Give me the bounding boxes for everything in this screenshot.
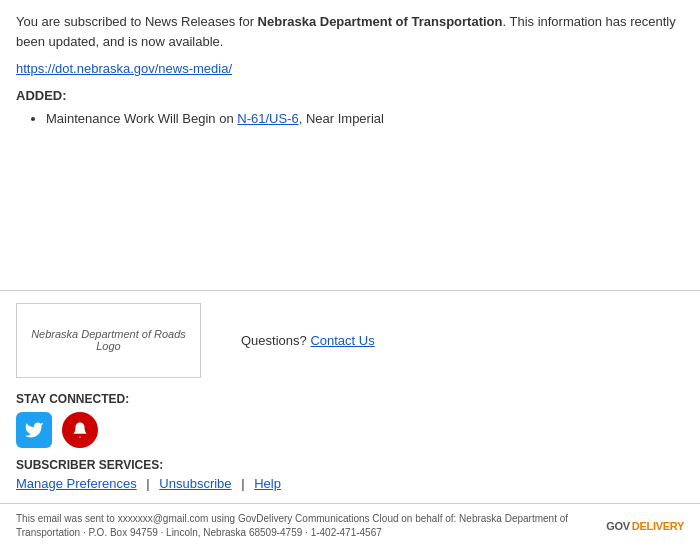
- added-label: ADDED:: [16, 88, 684, 103]
- social-icons-row: [16, 412, 684, 448]
- contact-us-link[interactable]: Contact Us: [310, 333, 374, 348]
- logo-container: Nebraska Department of Roads Logo: [16, 303, 201, 378]
- help-link[interactable]: Help: [254, 476, 281, 491]
- manage-preferences-link[interactable]: Manage Preferences: [16, 476, 137, 491]
- news-media-link[interactable]: https://dot.nebraska.gov/news-media/: [16, 61, 684, 76]
- separator-1: |: [146, 476, 153, 491]
- spacer: [0, 150, 700, 270]
- stay-connected-section: STAY CONNECTED:: [16, 392, 684, 448]
- footer-bottom-text: This email was sent to xxxxxxx@gmail.com…: [16, 512, 576, 540]
- unsubscribe-link[interactable]: Unsubscribe: [159, 476, 231, 491]
- subscriber-services-section: SUBSCRIBER SERVICES: Manage Preferences …: [16, 458, 684, 491]
- subscriber-label: SUBSCRIBER SERVICES:: [16, 458, 684, 472]
- questions-text: Questions? Contact Us: [241, 333, 375, 348]
- footer-top: Nebraska Department of Roads Logo Questi…: [16, 303, 684, 378]
- twitter-link[interactable]: [16, 412, 52, 448]
- subscriber-links-row: Manage Preferences | Unsubscribe | Help: [16, 476, 684, 491]
- gov-text: GOV: [606, 520, 630, 532]
- govdelivery-badge: GOVDELIVERY: [606, 520, 684, 532]
- added-items-list: Maintenance Work Will Begin on N-61/US-6…: [46, 109, 684, 130]
- delivery-text: DELIVERY: [632, 520, 684, 532]
- questions-label: Questions?: [241, 333, 307, 348]
- footer-section: Nebraska Department of Roads Logo Questi…: [0, 291, 700, 491]
- separator-2: |: [241, 476, 248, 491]
- main-content: You are subscribed to News Releases for …: [0, 0, 700, 150]
- notification-link[interactable]: [62, 412, 98, 448]
- list-item: Maintenance Work Will Begin on N-61/US-6…: [46, 109, 684, 130]
- highway-link[interactable]: N-61/US-6: [237, 111, 298, 126]
- logo-alt-text: Nebraska Department of Roads Logo: [23, 328, 194, 352]
- twitter-icon: [24, 420, 44, 440]
- notification-bell-icon: [71, 421, 89, 439]
- stay-connected-label: STAY CONNECTED:: [16, 392, 684, 406]
- footer-bottom: This email was sent to xxxxxxx@gmail.com…: [0, 503, 700, 548]
- intro-paragraph: You are subscribed to News Releases for …: [16, 12, 684, 51]
